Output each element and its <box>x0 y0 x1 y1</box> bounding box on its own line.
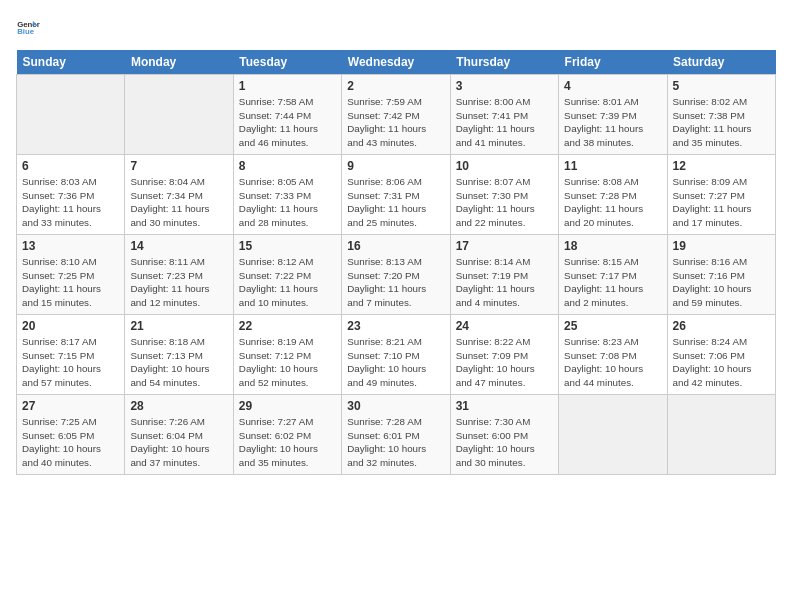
header: General Blue <box>16 16 776 40</box>
day-detail: Sunrise: 7:59 AM Sunset: 7:42 PM Dayligh… <box>347 95 444 150</box>
day-detail: Sunrise: 8:03 AM Sunset: 7:36 PM Dayligh… <box>22 175 119 230</box>
day-number: 11 <box>564 159 661 173</box>
day-detail: Sunrise: 8:11 AM Sunset: 7:23 PM Dayligh… <box>130 255 227 310</box>
day-detail: Sunrise: 7:27 AM Sunset: 6:02 PM Dayligh… <box>239 415 336 470</box>
day-number: 31 <box>456 399 553 413</box>
column-header-friday: Friday <box>559 50 667 75</box>
day-detail: Sunrise: 8:08 AM Sunset: 7:28 PM Dayligh… <box>564 175 661 230</box>
calendar-cell: 16Sunrise: 8:13 AM Sunset: 7:20 PM Dayli… <box>342 235 450 315</box>
day-detail: Sunrise: 8:18 AM Sunset: 7:13 PM Dayligh… <box>130 335 227 390</box>
calendar-cell <box>667 395 775 475</box>
day-number: 22 <box>239 319 336 333</box>
calendar-cell <box>17 75 125 155</box>
day-detail: Sunrise: 7:25 AM Sunset: 6:05 PM Dayligh… <box>22 415 119 470</box>
day-number: 3 <box>456 79 553 93</box>
day-number: 23 <box>347 319 444 333</box>
calendar-cell: 2Sunrise: 7:59 AM Sunset: 7:42 PM Daylig… <box>342 75 450 155</box>
day-number: 1 <box>239 79 336 93</box>
day-detail: Sunrise: 8:12 AM Sunset: 7:22 PM Dayligh… <box>239 255 336 310</box>
calendar-cell: 11Sunrise: 8:08 AM Sunset: 7:28 PM Dayli… <box>559 155 667 235</box>
day-number: 6 <box>22 159 119 173</box>
day-number: 26 <box>673 319 770 333</box>
calendar-cell: 1Sunrise: 7:58 AM Sunset: 7:44 PM Daylig… <box>233 75 341 155</box>
calendar-cell: 12Sunrise: 8:09 AM Sunset: 7:27 PM Dayli… <box>667 155 775 235</box>
day-number: 18 <box>564 239 661 253</box>
column-header-monday: Monday <box>125 50 233 75</box>
day-detail: Sunrise: 8:04 AM Sunset: 7:34 PM Dayligh… <box>130 175 227 230</box>
calendar-cell: 31Sunrise: 7:30 AM Sunset: 6:00 PM Dayli… <box>450 395 558 475</box>
day-number: 2 <box>347 79 444 93</box>
day-detail: Sunrise: 8:15 AM Sunset: 7:17 PM Dayligh… <box>564 255 661 310</box>
day-number: 10 <box>456 159 553 173</box>
day-detail: Sunrise: 7:30 AM Sunset: 6:00 PM Dayligh… <box>456 415 553 470</box>
day-detail: Sunrise: 8:21 AM Sunset: 7:10 PM Dayligh… <box>347 335 444 390</box>
day-number: 19 <box>673 239 770 253</box>
calendar-cell: 7Sunrise: 8:04 AM Sunset: 7:34 PM Daylig… <box>125 155 233 235</box>
calendar-cell: 14Sunrise: 8:11 AM Sunset: 7:23 PM Dayli… <box>125 235 233 315</box>
calendar-cell: 22Sunrise: 8:19 AM Sunset: 7:12 PM Dayli… <box>233 315 341 395</box>
calendar-table: SundayMondayTuesdayWednesdayThursdayFrid… <box>16 50 776 475</box>
day-number: 20 <box>22 319 119 333</box>
day-number: 16 <box>347 239 444 253</box>
day-detail: Sunrise: 7:28 AM Sunset: 6:01 PM Dayligh… <box>347 415 444 470</box>
calendar-cell: 30Sunrise: 7:28 AM Sunset: 6:01 PM Dayli… <box>342 395 450 475</box>
day-number: 24 <box>456 319 553 333</box>
calendar-cell: 21Sunrise: 8:18 AM Sunset: 7:13 PM Dayli… <box>125 315 233 395</box>
day-detail: Sunrise: 8:00 AM Sunset: 7:41 PM Dayligh… <box>456 95 553 150</box>
calendar-cell: 10Sunrise: 8:07 AM Sunset: 7:30 PM Dayli… <box>450 155 558 235</box>
calendar-cell: 19Sunrise: 8:16 AM Sunset: 7:16 PM Dayli… <box>667 235 775 315</box>
calendar-cell: 18Sunrise: 8:15 AM Sunset: 7:17 PM Dayli… <box>559 235 667 315</box>
calendar-cell: 6Sunrise: 8:03 AM Sunset: 7:36 PM Daylig… <box>17 155 125 235</box>
calendar-cell: 26Sunrise: 8:24 AM Sunset: 7:06 PM Dayli… <box>667 315 775 395</box>
day-number: 27 <box>22 399 119 413</box>
calendar-cell <box>559 395 667 475</box>
day-detail: Sunrise: 8:05 AM Sunset: 7:33 PM Dayligh… <box>239 175 336 230</box>
logo-icon: General Blue <box>16 16 40 40</box>
day-number: 4 <box>564 79 661 93</box>
day-detail: Sunrise: 8:22 AM Sunset: 7:09 PM Dayligh… <box>456 335 553 390</box>
day-number: 9 <box>347 159 444 173</box>
day-detail: Sunrise: 8:16 AM Sunset: 7:16 PM Dayligh… <box>673 255 770 310</box>
day-number: 14 <box>130 239 227 253</box>
svg-text:Blue: Blue <box>17 27 35 36</box>
day-number: 12 <box>673 159 770 173</box>
calendar-cell <box>125 75 233 155</box>
calendar-cell: 24Sunrise: 8:22 AM Sunset: 7:09 PM Dayli… <box>450 315 558 395</box>
logo: General Blue <box>16 16 40 40</box>
day-detail: Sunrise: 8:17 AM Sunset: 7:15 PM Dayligh… <box>22 335 119 390</box>
day-number: 30 <box>347 399 444 413</box>
calendar-cell: 5Sunrise: 8:02 AM Sunset: 7:38 PM Daylig… <box>667 75 775 155</box>
column-header-saturday: Saturday <box>667 50 775 75</box>
day-number: 28 <box>130 399 227 413</box>
day-number: 25 <box>564 319 661 333</box>
column-header-tuesday: Tuesday <box>233 50 341 75</box>
day-number: 8 <box>239 159 336 173</box>
day-detail: Sunrise: 8:01 AM Sunset: 7:39 PM Dayligh… <box>564 95 661 150</box>
day-detail: Sunrise: 8:13 AM Sunset: 7:20 PM Dayligh… <box>347 255 444 310</box>
calendar-cell: 3Sunrise: 8:00 AM Sunset: 7:41 PM Daylig… <box>450 75 558 155</box>
day-detail: Sunrise: 8:02 AM Sunset: 7:38 PM Dayligh… <box>673 95 770 150</box>
day-detail: Sunrise: 8:24 AM Sunset: 7:06 PM Dayligh… <box>673 335 770 390</box>
calendar-cell: 28Sunrise: 7:26 AM Sunset: 6:04 PM Dayli… <box>125 395 233 475</box>
calendar-cell: 4Sunrise: 8:01 AM Sunset: 7:39 PM Daylig… <box>559 75 667 155</box>
day-number: 15 <box>239 239 336 253</box>
calendar-cell: 15Sunrise: 8:12 AM Sunset: 7:22 PM Dayli… <box>233 235 341 315</box>
calendar-cell: 27Sunrise: 7:25 AM Sunset: 6:05 PM Dayli… <box>17 395 125 475</box>
day-number: 5 <box>673 79 770 93</box>
day-detail: Sunrise: 8:10 AM Sunset: 7:25 PM Dayligh… <box>22 255 119 310</box>
day-detail: Sunrise: 8:14 AM Sunset: 7:19 PM Dayligh… <box>456 255 553 310</box>
day-number: 7 <box>130 159 227 173</box>
day-detail: Sunrise: 8:23 AM Sunset: 7:08 PM Dayligh… <box>564 335 661 390</box>
calendar-cell: 25Sunrise: 8:23 AM Sunset: 7:08 PM Dayli… <box>559 315 667 395</box>
column-header-wednesday: Wednesday <box>342 50 450 75</box>
calendar-cell: 9Sunrise: 8:06 AM Sunset: 7:31 PM Daylig… <box>342 155 450 235</box>
day-detail: Sunrise: 8:19 AM Sunset: 7:12 PM Dayligh… <box>239 335 336 390</box>
day-number: 29 <box>239 399 336 413</box>
calendar-cell: 13Sunrise: 8:10 AM Sunset: 7:25 PM Dayli… <box>17 235 125 315</box>
day-number: 17 <box>456 239 553 253</box>
day-detail: Sunrise: 7:58 AM Sunset: 7:44 PM Dayligh… <box>239 95 336 150</box>
calendar-cell: 20Sunrise: 8:17 AM Sunset: 7:15 PM Dayli… <box>17 315 125 395</box>
calendar-cell: 8Sunrise: 8:05 AM Sunset: 7:33 PM Daylig… <box>233 155 341 235</box>
day-detail: Sunrise: 8:07 AM Sunset: 7:30 PM Dayligh… <box>456 175 553 230</box>
calendar-cell: 29Sunrise: 7:27 AM Sunset: 6:02 PM Dayli… <box>233 395 341 475</box>
